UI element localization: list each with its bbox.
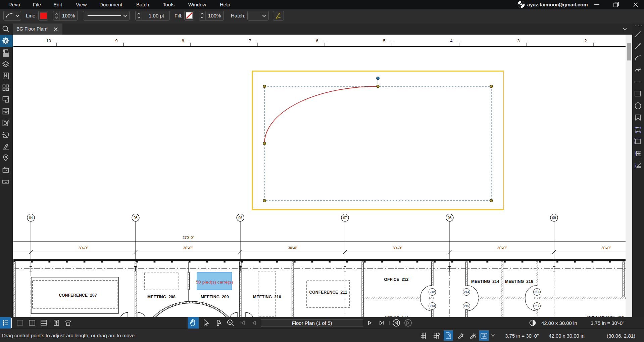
svg-text:MEETING 210: MEETING 210 bbox=[253, 295, 281, 299]
svg-text:06: 06 bbox=[238, 216, 242, 220]
svg-text:30'-0": 30'-0" bbox=[393, 246, 402, 250]
svg-text:9: 9 bbox=[115, 39, 118, 43]
svg-text:09: 09 bbox=[552, 216, 556, 220]
svg-text:05: 05 bbox=[134, 216, 138, 220]
svg-text:215: 215 bbox=[464, 304, 469, 308]
svg-text:08: 08 bbox=[448, 216, 452, 220]
svg-text:30'-0": 30'-0" bbox=[183, 246, 193, 250]
svg-text:270'-0": 270'-0" bbox=[183, 236, 194, 240]
svg-text:1.00 pt: 1.00 pt bbox=[149, 13, 164, 18]
svg-text:214: 214 bbox=[464, 290, 469, 294]
svg-text:CONFERENCE 211: CONFERENCE 211 bbox=[309, 290, 347, 295]
svg-text:OFFICE 212: OFFICE 212 bbox=[384, 277, 409, 282]
svg-text:5: 5 bbox=[383, 39, 386, 43]
svg-text:100%: 100% bbox=[208, 13, 221, 18]
svg-text:212: 212 bbox=[430, 290, 435, 294]
svg-text:3: 3 bbox=[517, 39, 520, 43]
svg-text:30'-0": 30'-0" bbox=[601, 246, 611, 250]
svg-text:2: 2 bbox=[585, 39, 587, 43]
svg-text:CONFERENCE 207: CONFERENCE 207 bbox=[59, 293, 97, 298]
svg-text:10: 10 bbox=[46, 39, 51, 43]
svg-text:216: 216 bbox=[534, 290, 539, 294]
svg-text:100%: 100% bbox=[62, 13, 75, 18]
svg-text:30'-0": 30'-0" bbox=[497, 246, 507, 250]
svg-text:213: 213 bbox=[430, 304, 435, 308]
svg-text:217: 217 bbox=[534, 304, 539, 308]
svg-text:MEETING 209: MEETING 209 bbox=[201, 295, 229, 299]
svg-text:30'-0": 30'-0" bbox=[79, 246, 88, 250]
svg-text:6: 6 bbox=[316, 39, 318, 43]
svg-text:4: 4 bbox=[450, 39, 453, 43]
svg-text:50 pied(s) carré(s): 50 pied(s) carré(s) bbox=[196, 280, 233, 285]
svg-text:04: 04 bbox=[29, 216, 33, 220]
svg-text:30'-0": 30'-0" bbox=[288, 246, 297, 250]
svg-text:MEETING 216: MEETING 216 bbox=[505, 279, 533, 284]
svg-text:7: 7 bbox=[249, 39, 251, 43]
svg-text:8: 8 bbox=[182, 39, 184, 43]
svg-text:MEETING 208: MEETING 208 bbox=[147, 295, 176, 299]
svg-text:07: 07 bbox=[343, 216, 347, 220]
svg-text:MEETING 214: MEETING 214 bbox=[471, 279, 499, 284]
